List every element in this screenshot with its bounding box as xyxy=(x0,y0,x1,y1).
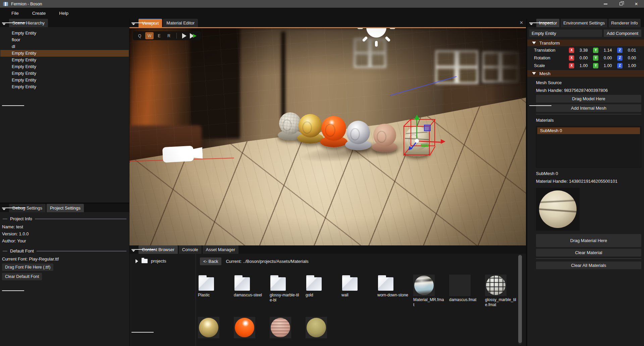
scrollbar[interactable] xyxy=(518,254,522,345)
window-title: Fermion - Boson xyxy=(11,2,42,6)
restore-button[interactable] xyxy=(613,0,629,8)
hierarchy-item[interactable]: Empty Entity xyxy=(0,57,129,63)
panel-close-icon[interactable]: ✕ xyxy=(520,20,523,25)
z-axis-badge: Z xyxy=(617,48,623,53)
material-thumb-stone xyxy=(306,317,327,338)
submesh-item-selected[interactable]: SubMesh 0 xyxy=(537,127,640,134)
divider xyxy=(536,114,641,114)
expand-arrow-icon[interactable] xyxy=(136,259,138,263)
menu-file[interactable]: File xyxy=(7,9,23,17)
asset-folder[interactable]: worn-down-stone xyxy=(377,275,413,307)
current-path: Current: ../Boson/projects/Assets/Materi… xyxy=(226,259,308,264)
scale-y-field[interactable]: 1.00 xyxy=(600,63,616,68)
tab-console[interactable]: Console xyxy=(179,245,202,254)
tab-project-settings[interactable]: Project Settings xyxy=(47,204,84,212)
tab-debug-settings[interactable]: Debug Settings xyxy=(9,204,46,212)
clear-material-button[interactable]: Clear Material xyxy=(536,249,641,256)
material-preview-sphere xyxy=(539,190,577,228)
asset-folder[interactable]: wall xyxy=(341,275,377,307)
collapse-arrow-icon xyxy=(532,72,536,75)
material-thumb-mr xyxy=(413,275,435,296)
tab-inspector[interactable]: Inspector xyxy=(536,19,559,27)
folder-icon xyxy=(234,275,252,291)
asset-folder[interactable]: Plastic xyxy=(198,275,234,307)
collapse-menu-icon[interactable] xyxy=(131,248,136,252)
hierarchy-item[interactable]: Empty Entity xyxy=(0,30,129,37)
drag-material-button[interactable]: Drag Material Here xyxy=(536,234,641,247)
mesh-source-label: Mesh Source xyxy=(536,79,641,87)
hierarchy-item[interactable]: Empty Entity xyxy=(0,83,129,90)
project-author: Author: Your xyxy=(0,237,129,244)
tab-asset-manager[interactable]: Asset Manager xyxy=(203,245,238,254)
tab-environment-settings[interactable]: Environment Settings xyxy=(560,19,607,27)
rotation-x-field[interactable]: 0.00 xyxy=(576,55,592,61)
vignette xyxy=(129,28,526,245)
collapse-menu-icon[interactable] xyxy=(131,21,136,25)
panel-splitter[interactable] xyxy=(526,19,527,346)
collapse-menu-icon[interactable] xyxy=(529,21,534,25)
rotation-z-field[interactable]: 0.00 xyxy=(624,55,640,61)
asset-material-file[interactable]: glossy_marble_tile.fmat xyxy=(485,275,521,307)
asset-material-file[interactable] xyxy=(234,317,270,340)
clear-font-button[interactable]: Clear Default Font xyxy=(2,273,42,280)
rotation-y-field[interactable]: 0.00 xyxy=(600,55,616,61)
asset-folder[interactable]: gold xyxy=(306,275,341,307)
material-preview[interactable] xyxy=(536,188,580,231)
folder-icon xyxy=(342,275,360,291)
hierarchy-item[interactable]: floor xyxy=(0,37,129,43)
asset-folder[interactable]: glossy-marble-tile-bl xyxy=(270,275,306,307)
asset-material-file[interactable]: Material_MR.fmat xyxy=(413,275,449,307)
hierarchy-list: Empty Entity floor dl Empty Entity Empty… xyxy=(0,27,129,90)
hierarchy-item[interactable]: Empty Entity xyxy=(0,63,129,70)
tab-material-editor[interactable]: Material Editor xyxy=(163,19,198,27)
drag-font-button[interactable]: Drag Font File Here (.ttf) xyxy=(2,264,53,271)
asset-material-file[interactable] xyxy=(270,317,306,340)
clear-all-materials-button[interactable]: Clear All Materials xyxy=(536,262,641,269)
add-internal-mesh-button[interactable]: Add Internal Mesh xyxy=(536,104,641,112)
collapse-arrow-icon xyxy=(532,42,536,44)
hierarchy-item[interactable]: Empty Entity xyxy=(0,70,129,77)
asset-folder[interactable]: damascus-steel xyxy=(234,275,270,307)
submesh-caption: SubMesh 0 xyxy=(536,170,641,178)
entity-name-input[interactable] xyxy=(529,30,602,37)
tab-viewport[interactable]: Viewport xyxy=(139,19,162,27)
rotation-row: Rotation X 0.00 Y 0.00 Z 0.00 xyxy=(527,54,644,62)
panel-splitter[interactable] xyxy=(0,203,129,204)
tab-scene-hierarchy[interactable]: Scene Hierarchy xyxy=(9,19,48,27)
collapse-menu-icon[interactable] xyxy=(2,21,6,25)
asset-material-file[interactable] xyxy=(198,317,234,340)
panel-splitter[interactable] xyxy=(129,19,129,346)
hierarchy-item-selected[interactable]: Empty Entity xyxy=(0,50,129,57)
transform-header[interactable]: Transform xyxy=(527,40,644,46)
hierarchy-item[interactable]: Empty Entity xyxy=(0,77,129,83)
add-component-button[interactable]: Add Component xyxy=(604,30,641,37)
close-button[interactable]: ✕ xyxy=(629,0,644,8)
translation-z-field[interactable]: 0.01 xyxy=(624,47,640,53)
scale-z-field[interactable]: 1.00 xyxy=(624,63,640,68)
project-name: Name: test xyxy=(0,223,129,230)
tree-item-projects[interactable]: projects xyxy=(129,254,196,264)
material-thumb-damascus xyxy=(449,275,471,296)
asset-grid-row2 xyxy=(198,317,341,340)
asset-material-file[interactable]: damascus.fmat xyxy=(449,275,485,307)
translation-y-field[interactable]: 1.14 xyxy=(600,47,616,53)
project-version: Version: 1.0.0 xyxy=(0,230,129,237)
drag-model-button[interactable]: Drag Model Here xyxy=(536,95,641,103)
viewport-scene[interactable]: Q W E R Y Y X Z xyxy=(129,28,526,245)
scale-x-field[interactable]: 1.00 xyxy=(576,63,592,68)
mesh-header[interactable]: Mesh xyxy=(527,70,644,77)
divider xyxy=(536,258,641,259)
tab-content-browser[interactable]: Content Browser xyxy=(139,245,178,254)
tab-renderer-info[interactable]: Renderer Info xyxy=(608,19,641,27)
material-thumb-gold xyxy=(198,317,219,338)
hierarchy-item[interactable]: dl xyxy=(0,43,129,50)
collapse-menu-icon[interactable] xyxy=(2,206,6,210)
minimize-button[interactable] xyxy=(598,0,613,8)
translation-x-field[interactable]: 3.38 xyxy=(576,47,592,53)
menu-create[interactable]: Create xyxy=(28,9,51,17)
back-button[interactable]: <- Back xyxy=(200,257,221,265)
asset-material-file[interactable] xyxy=(306,317,341,340)
menu-help[interactable]: Help xyxy=(54,9,73,17)
scrollbar-thumb[interactable] xyxy=(518,255,522,343)
folder-tree: projects xyxy=(129,254,196,346)
